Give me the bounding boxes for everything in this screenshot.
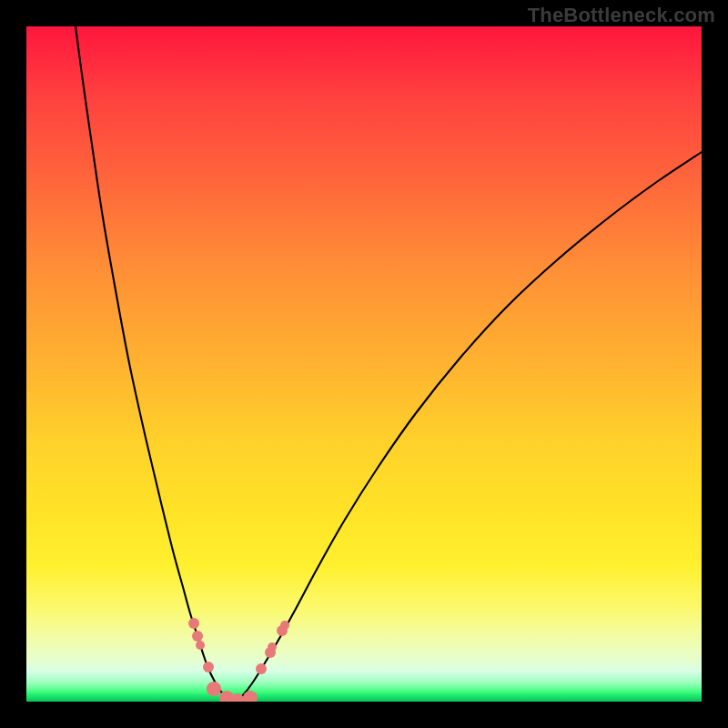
data-marker — [188, 618, 199, 629]
data-marker — [231, 693, 244, 702]
data-marker — [243, 691, 258, 702]
data-markers — [188, 618, 289, 702]
data-marker — [207, 682, 221, 696]
data-marker — [280, 621, 289, 630]
watermark-text: TheBottleneck.com — [528, 4, 715, 27]
curve-layer — [26, 26, 702, 702]
plot-area — [26, 26, 702, 702]
data-marker — [277, 625, 288, 636]
chart-frame: TheBottleneck.com — [0, 0, 728, 728]
data-marker — [192, 631, 203, 642]
bottleneck-curve — [76, 26, 702, 702]
data-marker — [265, 647, 276, 658]
data-marker — [268, 642, 277, 652]
data-marker — [203, 662, 214, 672]
data-marker — [196, 641, 205, 650]
data-marker — [219, 691, 234, 702]
data-marker — [256, 663, 267, 674]
